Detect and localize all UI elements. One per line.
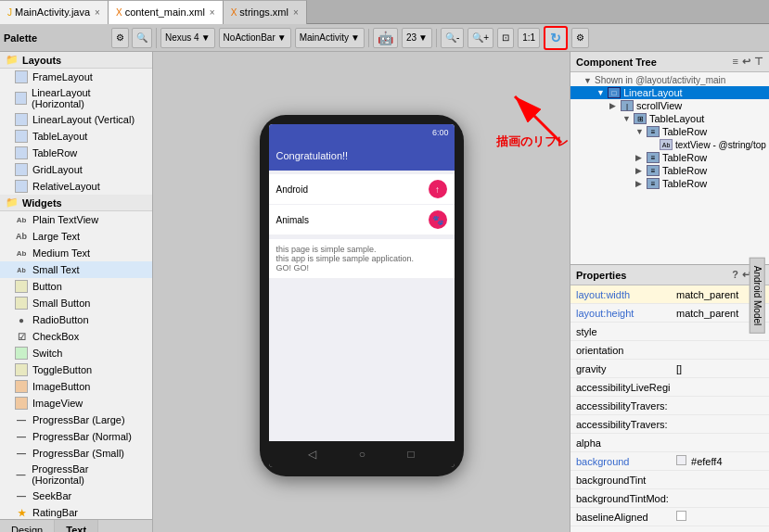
palette-item-linearlayout-v[interactable]: LinearLayout (Vertical) [0, 111, 152, 128]
palette-item-imagebutton[interactable]: ImageButton [0, 378, 152, 395]
relativelayout-icon [15, 180, 28, 193]
tablerow-0-tree-icon: ≡ [647, 126, 660, 137]
prop-name-orientation: orientation [570, 345, 673, 356]
palette-item-seekbar-label: SeekBar [32, 490, 71, 501]
prop-row-baselinealigned[interactable]: baselineAligned [570, 508, 769, 526]
palette-item-progressbar-normal[interactable]: — ProgressBar (Normal) [0, 428, 152, 445]
properties-icon-help[interactable]: ? [732, 269, 738, 281]
palette-item-progressbar-h-label: ProgressBar (Horizontal) [32, 463, 137, 486]
phone-status-bar: 6:00 [269, 124, 455, 141]
phone-nav-back[interactable]: ◁ [308, 448, 316, 461]
tab-strings[interactable]: X strings.xml × [224, 0, 307, 24]
palette-item-largetext[interactable]: Ab Large Text [0, 228, 152, 245]
phone-list-item-1-btn[interactable]: 🐾 [429, 210, 447, 229]
zoom-in-btn[interactable]: 🔍+ [468, 28, 493, 48]
prop-row-orientation[interactable]: orientation [570, 341, 769, 360]
folder-icon: 📁 [6, 54, 19, 66]
palette-item-progressbar-normal-label: ProgressBar (Normal) [32, 431, 132, 442]
phone-body-line-1: this app is simple sample application. [276, 254, 447, 263]
palette-item-mediumtext[interactable]: Ab Medium Text [0, 245, 152, 261]
tree-item-textview[interactable]: Ab textView - @string/top [570, 138, 769, 151]
palette-item-radiobutton[interactable]: ● RadioButton [0, 311, 152, 328]
phone-nav-recents[interactable]: □ [408, 448, 415, 461]
palette-item-button[interactable]: Button [0, 278, 152, 295]
baselinealigned-checkbox[interactable] [676, 511, 686, 521]
theme-selector[interactable]: NoActionBar ▼ [219, 28, 291, 48]
palette-item-smalltext-label: Small Text [32, 264, 80, 275]
palette-item-smallbutton[interactable]: Small Button [0, 295, 152, 311]
palette-item-smalltext[interactable]: Ab Small Text [0, 261, 152, 278]
phone-list-item-1: Animals 🐾 [269, 205, 455, 234]
palette-item-seekbar[interactable]: — SeekBar [0, 488, 152, 504]
prop-row-background[interactable]: background #efeff4 [570, 452, 769, 471]
tab-strings-close[interactable]: × [293, 7, 299, 18]
component-tree-icon-sort[interactable]: ≡ [733, 56, 738, 68]
prop-row-style[interactable]: style [570, 323, 769, 341]
palette-item-togglebutton-label: ToggleButton [32, 364, 92, 375]
tab-design[interactable]: Design [0, 520, 55, 532]
android-model-tab[interactable]: Android Model [749, 258, 764, 334]
component-tree-icon-filter[interactable]: ⊤ [754, 56, 763, 68]
fit-btn[interactable]: ⊡ [497, 28, 514, 48]
tab-main-activity-close[interactable]: × [95, 7, 100, 18]
palette-group-widgets[interactable]: 📁 Widgets [0, 195, 152, 211]
refresh-button[interactable]: ↻ [544, 26, 568, 50]
prop-row-gravity[interactable]: gravity [] [570, 360, 769, 378]
tree-item-tablerow-0[interactable]: ▼ ≡ TableRow [570, 125, 769, 138]
palette-item-progressbar-h[interactable]: — ProgressBar (Horizontal) [0, 462, 152, 488]
palette-item-progressbar-large[interactable]: — ProgressBar (Large) [0, 412, 152, 428]
api-dropdown-icon: ▼ [418, 32, 428, 43]
palette-item-progressbar-small[interactable]: — ProgressBar (Small) [0, 445, 152, 462]
palette-item-checkbox[interactable]: ☑ CheckBox [0, 328, 152, 345]
tab-content-main[interactable]: X content_main.xml × [109, 0, 224, 24]
component-tree: Component Tree ≡ ↩ ⊤ ▼ Shown in @layout/… [570, 52, 769, 265]
palette-item-relativelayout[interactable]: RelativeLayout [0, 178, 152, 195]
component-tree-icon-undo[interactable]: ↩ [742, 56, 750, 68]
prop-row-layout-width[interactable]: layout:width match_parent [570, 285, 769, 304]
tab-content-main-close[interactable]: × [210, 7, 215, 18]
palette-item-togglebutton[interactable]: ToggleButton [0, 361, 152, 378]
zoom-out-btn[interactable]: 🔍- [441, 28, 464, 48]
android-icon-btn[interactable]: 🤖 [373, 28, 398, 48]
tree-item-tablerow-1[interactable]: ▶ ≡ TableRow [570, 151, 769, 164]
tab-main-activity[interactable]: J MainActivity.java × [0, 0, 109, 24]
palette-settings-btn[interactable]: ⚙ [111, 28, 129, 48]
prop-name-layout-width: layout:width [570, 289, 673, 300]
tree-item-shown-in-label: Shown in @layout/activity_main [595, 75, 725, 85]
palette-item-tablelayout[interactable]: TableLayout [0, 128, 152, 145]
palette-item-framelayout[interactable]: FrameLayout [0, 69, 152, 85]
prop-row-alpha[interactable]: alpha [570, 434, 769, 452]
tree-item-shown-in[interactable]: ▼ Shown in @layout/activity_main [570, 74, 769, 86]
palette-item-gridlayout[interactable]: GridLayout [0, 161, 152, 178]
phone-list-item-0-btn[interactable]: ↑ [429, 180, 447, 198]
tree-item-tablerow-2[interactable]: ▶ ≡ TableRow [570, 164, 769, 177]
activity-selector[interactable]: MainActivity ▼ [295, 28, 365, 48]
tree-item-tablerow-0-label: TableRow [662, 126, 707, 137]
prop-row-layout-height[interactable]: layout:height match_parent [570, 304, 769, 323]
palette-search-btn[interactable]: 🔍 [132, 28, 152, 48]
palette-panel: 📁 Layouts FrameLayout LinearLayout (Hori… [0, 52, 153, 532]
api-selector[interactable]: 23 ▼ [402, 28, 432, 48]
palette-item-plaintextview[interactable]: Ab Plain TextView [0, 211, 152, 228]
tree-item-tablerow-3[interactable]: ▶ ≡ TableRow [570, 177, 769, 190]
prop-row-backgroundtintmode[interactable]: backgroundTintMod: [570, 489, 769, 508]
palette-item-switch[interactable]: Switch [0, 345, 152, 361]
properties-panel: Properties ? ↩ ⊤ layout:width match_pare… [570, 265, 769, 532]
phone-nav-home[interactable]: ○ [359, 448, 365, 461]
palette-item-imageview[interactable]: ImageView [0, 395, 152, 412]
actual-size-btn[interactable]: 1:1 [518, 28, 540, 48]
palette-group-layouts[interactable]: 📁 Layouts [0, 52, 152, 69]
tree-item-linearlayout[interactable]: ▼ □ LinearLayout [570, 86, 769, 99]
tree-item-tablelayout[interactable]: ▼ ⊞ TableLayout [570, 112, 769, 125]
tree-item-scrollview[interactable]: ▶ | scrollView [570, 99, 769, 112]
palette-item-linearlayout-h[interactable]: LinearLayout (Horizontal) [0, 85, 152, 111]
seekbar-icon: — [15, 489, 28, 502]
device-selector[interactable]: Nexus 4 ▼ [160, 28, 215, 48]
settings-btn[interactable]: ⚙ [571, 28, 589, 48]
phone-list-item-0: Android ↑ [269, 174, 455, 204]
tab-text[interactable]: Text [55, 520, 98, 532]
palette-item-tablerow[interactable]: TableRow [0, 145, 152, 161]
palette-item-ratingbar[interactable]: ★ RatingBar [0, 504, 152, 519]
phone-body-line-0: this page is simple sample. [276, 245, 447, 254]
prop-row-backgroundtint[interactable]: backgroundTint [570, 471, 769, 489]
